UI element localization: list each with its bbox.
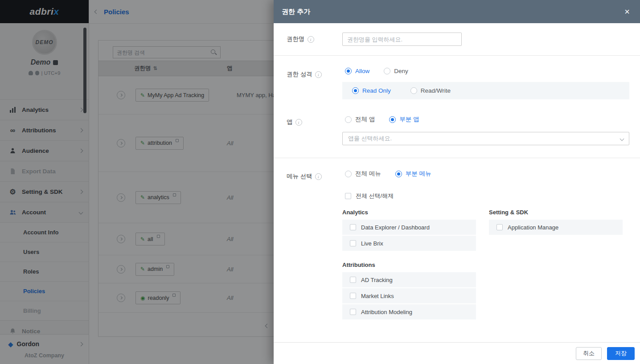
radio-label: 전체 앱 — [355, 115, 375, 123]
field-label-text: 권한 성격 — [287, 70, 312, 78]
radio-read-only[interactable]: Read Only — [352, 87, 391, 94]
modal-body: 권한명 i 권한 성격 i Allow — [274, 23, 640, 342]
radio-label: Allow — [355, 68, 369, 74]
checkbox-icon — [350, 224, 356, 230]
menu-item[interactable]: AD Tracking — [342, 272, 476, 288]
info-icon[interactable]: i — [315, 173, 322, 180]
menu-groups-left-column: Analytics Data Explorer / Dashboard Live… — [342, 209, 476, 320]
group-title: Attributions — [342, 262, 476, 268]
radio-label: Read Only — [362, 87, 391, 94]
menu-group-analytics: Analytics Data Explorer / Dashboard Live… — [342, 209, 476, 252]
menu-item-label: Live Brix — [361, 240, 383, 247]
menu-item[interactable]: Application Manage — [489, 220, 623, 236]
checkbox-icon — [350, 309, 356, 315]
chevron-down-icon — [620, 136, 624, 141]
info-icon[interactable]: i — [295, 119, 302, 126]
menu-item-label: AD Tracking — [361, 277, 393, 283]
read-write-panel: Read Only Read/Write — [342, 82, 629, 99]
menu-item[interactable]: Attribution Modeling — [342, 304, 476, 320]
radio-icon — [395, 171, 402, 177]
radio-icon — [384, 68, 390, 74]
radio-icon — [345, 68, 352, 74]
radio-icon — [389, 116, 396, 123]
menu-group-setting-sdk: Setting & SDK Application Manage — [489, 209, 623, 236]
modal-header: 권한 추가 × — [274, 0, 640, 23]
cancel-button[interactable]: 취소 — [576, 347, 602, 360]
save-button[interactable]: 저장 — [607, 347, 635, 360]
info-icon[interactable]: i — [315, 71, 322, 78]
radio-label: 전체 메뉴 — [355, 170, 381, 178]
select-all-toggle[interactable]: 전체 선택/해제 — [342, 192, 629, 200]
checkbox-icon — [350, 277, 356, 283]
select-all-label: 전체 선택/해제 — [356, 192, 394, 200]
app-select[interactable]: 앱을 선택하세요. — [342, 132, 629, 145]
add-permission-modal: 권한 추가 × 권한명 i 권한 성격 i — [274, 0, 640, 364]
radio-partial-apps[interactable]: 부분 앱 — [389, 115, 419, 123]
section-permission-name: 권한명 i — [274, 23, 640, 56]
menu-item-label: Market Links — [361, 293, 394, 299]
info-icon[interactable]: i — [308, 36, 314, 43]
group-title: Setting & SDK — [489, 209, 623, 216]
modal-footer: 취소 저장 — [274, 342, 640, 364]
checkbox-icon — [350, 293, 356, 299]
radio-label: 부분 메뉴 — [406, 170, 431, 178]
menu-item-label: Attribution Modeling — [361, 309, 412, 315]
close-icon[interactable]: × — [622, 6, 632, 17]
section-menu-select: 메뉴 선택 i 전체 메뉴 부분 메뉴 — [274, 158, 640, 334]
menu-group-attributions: Attributions AD Tracking Market Links — [342, 262, 476, 320]
menu-item-label: Application Manage — [508, 224, 558, 231]
radio-allow[interactable]: Allow — [345, 68, 369, 74]
radio-icon — [352, 87, 359, 94]
field-label: 권한 성격 i — [287, 68, 342, 99]
radio-icon — [345, 116, 352, 123]
menu-groups-right-column: Setting & SDK Application Manage — [489, 209, 623, 236]
field-label-text: 메뉴 선택 — [287, 172, 312, 180]
radio-all-apps[interactable]: 전체 앱 — [345, 115, 375, 123]
checkbox-icon — [345, 193, 351, 199]
field-label-text: 앱 — [287, 118, 293, 126]
radio-read-write[interactable]: Read/Write — [410, 87, 451, 94]
menu-item-label: Data Explorer / Dashboard — [361, 224, 430, 231]
radio-deny[interactable]: Deny — [384, 68, 408, 74]
menu-item[interactable]: Market Links — [342, 288, 476, 304]
screen: adbrix DEMO Demo | UTC+9 Analytics — [0, 0, 640, 364]
field-label: 권한명 i — [287, 33, 342, 46]
checkbox-icon — [350, 240, 356, 246]
field-label-text: 권한명 — [287, 35, 305, 43]
section-permission-nature: 권한 성격 i Allow Deny — [274, 56, 640, 104]
group-title: Analytics — [342, 209, 476, 216]
radio-label: Read/Write — [421, 87, 451, 94]
section-app: 앱 i 전체 앱 부분 앱 앱을 — [274, 104, 640, 158]
radio-icon — [410, 87, 417, 94]
radio-icon — [345, 171, 352, 177]
menu-groups: Analytics Data Explorer / Dashboard Live… — [342, 209, 629, 320]
field-label: 메뉴 선택 i — [287, 170, 342, 320]
select-placeholder: 앱을 선택하세요. — [348, 135, 620, 143]
radio-all-menus[interactable]: 전체 메뉴 — [345, 170, 381, 178]
modal-title: 권한 추가 — [282, 8, 622, 16]
checkbox-icon — [496, 224, 503, 230]
radio-label: 부분 앱 — [399, 115, 419, 123]
field-label: 앱 i — [287, 115, 342, 145]
menu-item[interactable]: Data Explorer / Dashboard — [342, 220, 476, 236]
radio-partial-menus[interactable]: 부분 메뉴 — [395, 170, 431, 178]
permission-name-input[interactable] — [342, 33, 462, 46]
menu-item[interactable]: Live Brix — [342, 236, 476, 252]
radio-label: Deny — [394, 68, 408, 74]
